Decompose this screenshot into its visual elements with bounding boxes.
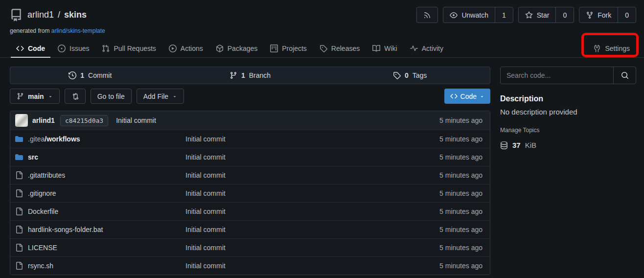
file-commit-message[interactable]: Initial commit — [185, 226, 226, 233]
tags-count: 0 — [405, 71, 409, 79]
commit-time: 5 minutes ago — [439, 116, 485, 124]
repo-size: 37 KiB — [500, 141, 636, 149]
file-commit-message[interactable]: Initial commit — [185, 262, 226, 270]
unwatch-button[interactable]: Unwatch — [443, 7, 494, 23]
file-icon — [15, 208, 23, 215]
rss-button-group — [416, 7, 438, 23]
fork-button[interactable]: Fork — [579, 7, 618, 23]
file-name: hardlink-songs-folder.bat — [28, 226, 103, 233]
star-button-group: Star 0 — [518, 7, 574, 23]
current-branch-label: main — [28, 93, 44, 100]
tab-issues[interactable]: Issues — [51, 40, 95, 57]
fork-icon — [586, 11, 594, 19]
file-commit-message[interactable]: Initial commit — [185, 171, 226, 179]
branch-selector[interactable]: main — [10, 89, 60, 104]
repo-title-separator: / — [58, 10, 60, 20]
go-to-file-label: Go to file — [97, 93, 125, 100]
file-name: Dockerfile — [28, 208, 58, 215]
tag-icon — [320, 45, 327, 52]
branches-label: Branch — [249, 71, 271, 79]
file-name-link[interactable]: .gitea/workflows — [28, 135, 80, 143]
watchers-count[interactable]: 1 — [495, 7, 513, 23]
caret-down-icon — [172, 94, 177, 99]
file-name-link[interactable]: hardlink-songs-folder.bat — [28, 226, 103, 233]
file-commit-message[interactable]: Initial commit — [185, 208, 226, 215]
tab-activity-label: Activity — [422, 45, 443, 52]
file-commit-time: 5 minutes ago — [439, 189, 485, 197]
file-commit-message[interactable]: Initial commit — [185, 244, 226, 252]
tab-settings-label: Settings — [605, 45, 630, 52]
compare-button[interactable] — [65, 89, 86, 104]
commits-count: 1 — [80, 71, 84, 79]
repo-size-value: 37 — [512, 141, 521, 149]
tab-actions-label: Actions — [181, 45, 203, 52]
database-icon — [500, 141, 508, 149]
file-row: hardlink-songs-folder.bat Initial commit… — [10, 220, 490, 238]
branches-stat[interactable]: 1 Branch — [170, 67, 330, 84]
file-commit-message[interactable]: Initial commit — [185, 135, 226, 143]
tab-issues-label: Issues — [69, 45, 89, 52]
tab-settings[interactable]: Settings — [587, 40, 636, 57]
repo-name-link[interactable]: skins — [64, 10, 87, 20]
file-path-prefix: .gitea — [28, 135, 45, 143]
go-to-file-button[interactable]: Go to file — [91, 89, 132, 104]
tab-pull-requests[interactable]: Pull Requests — [95, 40, 162, 57]
branch-icon — [230, 71, 237, 79]
file-name-link[interactable]: LICENSE — [28, 244, 57, 252]
repo-content: 1 Commit 1 Branch 0 Tags main — [0, 58, 644, 275]
actions-icon — [169, 45, 177, 52]
fork-button-group: Fork 0 — [579, 7, 636, 23]
code-download-button[interactable]: Code — [444, 89, 490, 104]
generated-from-label: generated from — [10, 27, 49, 34]
forks-count[interactable]: 0 — [618, 7, 636, 23]
pull-request-icon — [102, 45, 110, 52]
file-commit-time: 5 minutes ago — [439, 135, 485, 143]
tab-projects[interactable]: Projects — [264, 40, 313, 57]
file-row: .gitea/workflows Initial commit 5 minute… — [10, 130, 490, 148]
manage-topics-link[interactable]: Manage Topics — [500, 127, 540, 134]
rss-button[interactable] — [417, 7, 437, 23]
add-file-button[interactable]: Add File — [137, 89, 184, 104]
repo-owner-link[interactable]: arlind1 — [27, 10, 54, 20]
file-name-link[interactable]: src — [28, 153, 38, 161]
unwatch-label: Unwatch — [461, 11, 488, 19]
file-commit-message[interactable]: Initial commit — [185, 189, 226, 197]
commit-author-link[interactable]: arlind1 — [32, 116, 55, 124]
tags-stat[interactable]: 0 Tags — [330, 67, 490, 84]
file-commit-time: 5 minutes ago — [439, 171, 485, 179]
code-icon — [16, 45, 24, 52]
search-input[interactable] — [501, 67, 613, 84]
file-name-link[interactable]: .gitignore — [28, 189, 56, 197]
tag-icon — [393, 71, 401, 79]
stars-count[interactable]: 0 — [555, 7, 574, 23]
file-row: LICENSE Initial commit 5 minutes ago — [10, 238, 490, 256]
caret-down-icon — [48, 94, 53, 99]
tab-pull-requests-label: Pull Requests — [114, 45, 156, 52]
tab-actions[interactable]: Actions — [162, 40, 209, 57]
template-repo-link[interactable]: arlind/skins-template — [51, 27, 105, 34]
search-button[interactable] — [613, 67, 636, 84]
file-name: .gitignore — [28, 189, 56, 197]
tab-releases-label: Releases — [331, 45, 360, 52]
tab-packages[interactable]: Packages — [209, 40, 264, 57]
file-name-link[interactable]: .gitattributes — [28, 171, 65, 179]
commit-hash-link[interactable]: c84215d0a3 — [60, 115, 108, 126]
tab-activity[interactable]: Activity — [404, 40, 450, 57]
fork-label: Fork — [598, 11, 611, 19]
file-name: LICENSE — [28, 244, 57, 252]
tab-wiki[interactable]: Wiki — [366, 40, 403, 57]
compare-icon — [71, 93, 79, 100]
tab-releases[interactable]: Releases — [313, 40, 366, 57]
file-commit-message[interactable]: Initial commit — [185, 153, 226, 161]
file-icon — [15, 171, 23, 179]
file-name: src — [28, 153, 38, 161]
repo-stats-bar: 1 Commit 1 Branch 0 Tags — [10, 67, 490, 84]
file-commit-time: 5 minutes ago — [439, 262, 485, 270]
history-icon — [69, 71, 76, 79]
file-name-link[interactable]: rsync.sh — [28, 262, 53, 270]
commit-message-link[interactable]: Initial commit — [116, 116, 156, 124]
star-button[interactable]: Star — [519, 7, 556, 23]
tab-code[interactable]: Code — [10, 40, 51, 57]
file-name-link[interactable]: Dockerfile — [28, 208, 58, 215]
commits-stat[interactable]: 1 Commit — [10, 67, 170, 84]
